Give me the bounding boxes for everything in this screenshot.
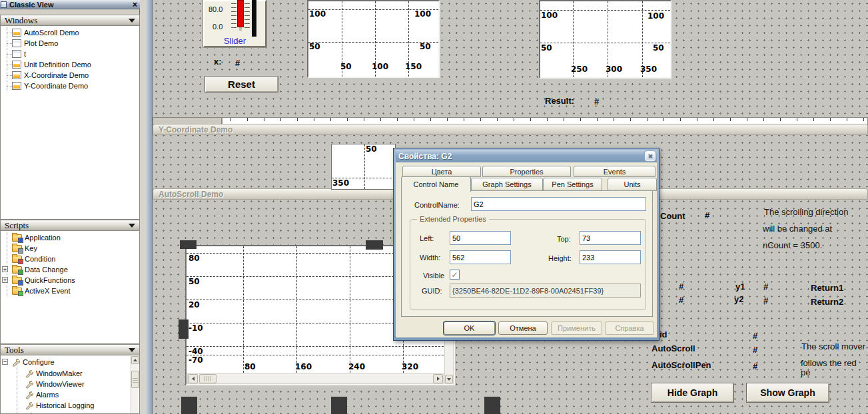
cancel-button[interactable]: Отмена: [498, 321, 548, 335]
item-label: Plot Demo: [24, 39, 58, 47]
sidebar-item-unit-definition-demo[interactable]: Unit Definition Demo: [1, 59, 139, 70]
item-label: Configure: [23, 358, 55, 366]
expand-icon[interactable]: +: [2, 277, 8, 283]
trend-chart-upper-right[interactable]: 100 50 100 50 250 300 350: [539, 0, 671, 79]
tab-units[interactable]: Units: [608, 178, 657, 191]
script-item-application[interactable]: Application: [1, 232, 139, 243]
window-y-coordinate-demo-titlebar[interactable]: Y-Coordinate Demo: [153, 124, 868, 135]
selection-handle[interactable]: [366, 240, 383, 250]
script-item-condition[interactable]: Condition: [1, 254, 139, 264]
top-label: Top:: [557, 235, 571, 243]
show-graph-button[interactable]: Show Graph: [746, 383, 829, 403]
slider-scale-left-ticks: [231, 0, 236, 28]
scrollbar-thumb[interactable]: [199, 374, 217, 383]
scroll-right-button[interactable]: [433, 374, 443, 383]
collapse-icon[interactable]: −: [2, 359, 8, 365]
tab-label: Цвета: [432, 168, 452, 176]
tool-item-distributed-name-manager[interactable]: Distributed Name Manager: [1, 411, 139, 414]
sidebar-item-t[interactable]: t: [1, 49, 139, 59]
panel-titlebar[interactable]: Classic View ×: [0, 0, 140, 9]
script-item-activex-event[interactable]: ActiveX Event: [1, 286, 139, 296]
scroll-mover-note-line1: The scroll mover: [801, 342, 865, 351]
sidebar-item-y-coordinate-demo[interactable]: Y-Coordinate Demo: [1, 81, 139, 91]
tab-graph-settings[interactable]: Graph Settings: [471, 178, 543, 191]
visible-checkbox[interactable]: ✓: [450, 270, 460, 280]
y-tick-label: -70: [189, 356, 203, 364]
slider-track-bar[interactable]: [252, 0, 256, 37]
tab-colors[interactable]: Цвета: [402, 166, 481, 177]
y-coordinate-small-chart[interactable]: 50 350: [331, 144, 396, 190]
selection-handle[interactable]: [331, 397, 347, 414]
tool-item-historical-logging[interactable]: Historical Logging: [1, 400, 139, 411]
scroll-down-button[interactable]: [445, 375, 453, 383]
y-tick-label: 50: [309, 43, 320, 51]
tools-tree-scrollbar[interactable]: [131, 356, 139, 413]
key-script-icon: [12, 245, 22, 252]
tab-label: Units: [624, 180, 640, 188]
ok-button[interactable]: OK: [444, 321, 495, 335]
section-header-tools[interactable]: Tools: [0, 344, 140, 355]
trend-chart-upper-left[interactable]: 100 50 100 50 50 100 150: [307, 0, 440, 78]
thumb-grip-icon: [205, 376, 211, 381]
selection-handle[interactable]: [180, 240, 197, 249]
close-icon: ×: [133, 0, 137, 9]
windowmaker-screen: Y-Coordinate Demo AutoScroll Demo 80.0 0…: [0, 0, 868, 414]
item-label: X-Coordinate Demo: [24, 71, 89, 79]
slider-max-label: 80.0: [209, 5, 222, 13]
sidebar-item-x-coordinate-demo[interactable]: X-Coordinate Demo: [1, 70, 139, 81]
width-input[interactable]: [450, 250, 511, 264]
scroll-mover-note-line2: follows the red pe: [801, 359, 868, 377]
graph-horizontal-scrollbar[interactable]: [187, 373, 444, 384]
slider-widget[interactable]: 80.0 0.0 Slider: [203, 0, 266, 47]
selection-handle[interactable]: [484, 397, 500, 414]
tab-properties[interactable]: Properties: [482, 166, 571, 177]
script-item-key[interactable]: Key: [1, 243, 139, 254]
left-input[interactable]: [450, 231, 511, 245]
window-icon: [12, 71, 21, 79]
tree-connector: [7, 75, 12, 76]
selection-handle[interactable]: [181, 397, 197, 414]
hide-graph-button[interactable]: Hide Graph: [651, 383, 734, 403]
x-value-placeholder: #: [235, 59, 240, 68]
control-name-tab-panel: ControlName: Extended Properties Left: T…: [401, 190, 653, 317]
chevron-down-icon: [129, 348, 135, 352]
section-header-scripts[interactable]: Scripts: [0, 220, 140, 231]
chevron-down-icon: [129, 224, 135, 228]
scroll-left-button[interactable]: [188, 374, 198, 383]
x-tick-label: 320: [402, 363, 418, 371]
controlname-input[interactable]: [471, 197, 646, 211]
sidebar-item-plot-demo[interactable]: Plot Demo: [1, 38, 139, 49]
x-tick-label: 50: [340, 63, 352, 71]
scroll-direction-note-line2: will be changed at: [763, 224, 832, 234]
panel-close-button[interactable]: ×: [133, 1, 137, 8]
tab-pen-settings[interactable]: Pen Settings: [543, 178, 602, 191]
dialog-close-button[interactable]: ×: [645, 151, 655, 161]
slider-red-bar[interactable]: [237, 0, 244, 27]
id-label: id: [659, 330, 667, 339]
tool-item-configure[interactable]: −Configure: [1, 357, 139, 367]
expand-icon[interactable]: +: [2, 266, 8, 272]
reset-button[interactable]: Reset: [205, 76, 278, 93]
x-tick-label: 250: [571, 65, 588, 73]
return1-value-placeholder: #: [763, 282, 768, 292]
y-tick-label: 50: [366, 145, 377, 153]
dialog-titlebar[interactable]: Свойства: G2 ×: [396, 150, 657, 162]
script-item-quickfunctions[interactable]: +QuickFunctions: [1, 275, 139, 286]
script-item-data-change[interactable]: +Data Change: [1, 264, 139, 275]
scrollbar-thumb[interactable]: [131, 371, 139, 388]
scroll-right-icon: [437, 377, 440, 381]
tool-item-alarms[interactable]: Alarms: [1, 389, 139, 400]
height-input[interactable]: [580, 250, 641, 264]
wrench-icon: [25, 412, 33, 414]
window-autoscroll-demo-title: AutoScroll Demo: [159, 190, 223, 199]
tool-item-windowmaker[interactable]: WindowMaker: [1, 368, 139, 379]
section-header-windows[interactable]: Windows: [0, 15, 140, 26]
scroll-up-button[interactable]: [131, 356, 139, 364]
tab-control-name[interactable]: Control Name: [401, 176, 471, 192]
tab-events[interactable]: Events: [574, 166, 655, 177]
top-input[interactable]: [580, 231, 641, 245]
sidebar-item-autoscroll-demo[interactable]: AutoScroll Demo: [1, 27, 139, 38]
selection-handle[interactable]: [179, 319, 189, 339]
tool-item-windowviewer[interactable]: WindowViewer: [1, 379, 139, 389]
window-icon: [12, 39, 21, 47]
